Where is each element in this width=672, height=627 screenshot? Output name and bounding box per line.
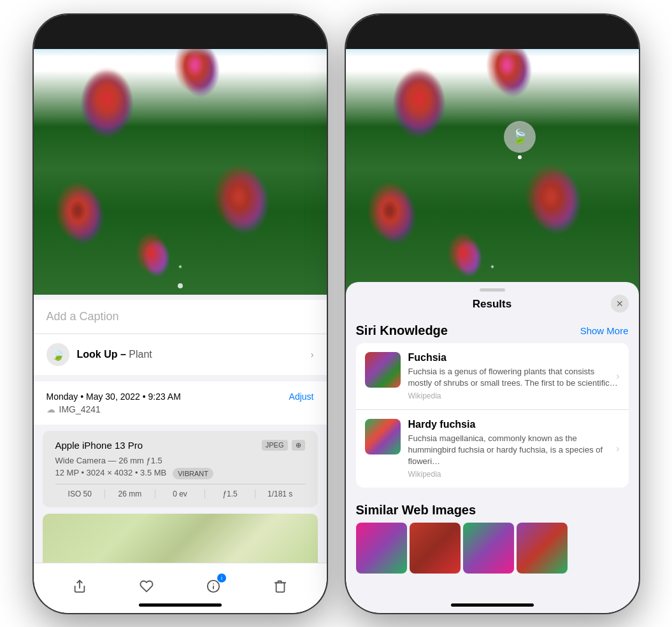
notch-r	[454, 22, 531, 41]
fuchsia-source: Wikipedia	[408, 391, 620, 400]
camera-specs: 12 MP • 3024 × 4032 • 3.5 MB VIBRANT	[55, 468, 305, 480]
lookup-row[interactable]: 🍃 Look Up – Plant ›	[34, 334, 327, 375]
map-section[interactable]	[43, 514, 318, 563]
map-background	[43, 514, 318, 563]
similar-web-title: Similar Web Images	[356, 503, 476, 518]
exif-ev: 0 ev	[155, 490, 206, 498]
right-photo-image: 🍃	[346, 15, 639, 295]
home-indicator-r	[451, 603, 534, 607]
right-flower-photo	[346, 15, 639, 295]
hardy-info: Hardy fuchsia Fuchsia magellanica, commo…	[408, 419, 620, 479]
filename: IMG_4241	[59, 404, 101, 414]
camera-model: Apple iPhone 13 Pro	[55, 440, 143, 451]
right-phone-content: 🍃 Results ✕	[346, 15, 639, 613]
caption-placeholder[interactable]: Add a Caption	[46, 310, 119, 323]
right-phone: 🍃 Results ✕	[346, 15, 639, 613]
similar-image-1[interactable]	[356, 523, 407, 574]
lookup-label: Look Up – Plant	[77, 349, 152, 360]
hardy-thumbnail	[365, 419, 401, 454]
left-phone: Add a Caption 🍃 Look Up – Plant ›	[34, 15, 327, 613]
camera-section: Apple iPhone 13 Pro JPEG ⊕ Wide Camera —…	[43, 431, 318, 507]
photo-info-section[interactable]: Add a Caption 🍃 Look Up – Plant ›	[34, 295, 327, 563]
adjust-button[interactable]: Adjust	[289, 391, 314, 402]
phone-content: Add a Caption 🍃 Look Up – Plant ›	[34, 15, 327, 613]
results-header: Results ✕	[346, 292, 639, 316]
exif-row: ISO 50 26 mm 0 ev ƒ1.5 1/181 s	[55, 484, 305, 498]
photo-specs: 12 MP • 3024 × 4032 • 3.5 MB	[55, 468, 167, 477]
fuchsia-description: Fuchsia is a genus of flowering plants t…	[408, 366, 620, 389]
photo-date: Monday • May 30, 2022 • 9:23 AM	[46, 391, 181, 402]
siri-header: Siri Knowledge Show More	[356, 316, 629, 343]
home-indicator	[139, 603, 222, 607]
fuchsia-info: Fuchsia Fuchsia is a genus of flowering …	[408, 352, 620, 400]
location-icon: ⊕	[292, 440, 305, 451]
camera-type: Wide Camera — 26 mm ƒ1.5	[55, 456, 305, 465]
fuchsia-chevron: ›	[616, 370, 619, 382]
notch	[142, 22, 218, 41]
flower-photo	[34, 15, 327, 295]
hardy-title: Hardy fuchsia	[408, 419, 620, 430]
similar-header: Similar Web Images	[356, 495, 629, 523]
fuchsia-thumbnail	[365, 352, 401, 388]
filename-row: ☁ IMG_4241	[46, 404, 314, 414]
camera-header: Apple iPhone 13 Pro JPEG ⊕	[55, 440, 305, 451]
right-phone-screen: 🍃 Results ✕	[346, 15, 639, 613]
results-title: Results	[473, 298, 511, 311]
date-row: Monday • May 30, 2022 • 9:23 AM Adjust	[46, 391, 314, 402]
photo-image[interactable]	[34, 15, 327, 295]
share-button[interactable]	[66, 572, 94, 600]
vibrant-badge: VIBRANT	[173, 468, 213, 479]
exif-aperture: ƒ1.5	[205, 490, 255, 498]
results-content[interactable]: Siri Knowledge Show More Fuchsia Fuchsia…	[346, 316, 639, 613]
siri-knowledge-section: Siri Knowledge Show More Fuchsia Fuchsia…	[356, 316, 629, 488]
favorite-button[interactable]	[132, 572, 161, 600]
knowledge-item-fuchsia[interactable]: Fuchsia Fuchsia is a genus of flowering …	[356, 343, 629, 410]
cloud-icon: ☁	[46, 404, 55, 414]
visual-lookup-overlay[interactable]: 🍃	[504, 121, 536, 153]
left-phone-screen: Add a Caption 🍃 Look Up – Plant ›	[34, 15, 327, 613]
knowledge-card: Fuchsia Fuchsia is a genus of flowering …	[356, 343, 629, 488]
similar-web-section: Similar Web Images	[356, 495, 629, 574]
info-button[interactable]: i	[199, 572, 227, 600]
similar-images-row[interactable]	[356, 523, 629, 574]
lookup-dot	[518, 155, 522, 159]
info-badge: i	[217, 574, 226, 582]
hardy-chevron: ›	[616, 443, 619, 454]
exif-shutter: 1/181 s	[255, 490, 305, 498]
knowledge-item-hardy[interactable]: Hardy fuchsia Fuchsia magellanica, commo…	[356, 410, 629, 488]
page-indicator	[178, 283, 183, 288]
similar-image-3[interactable]	[463, 523, 514, 574]
results-panel: Results ✕ Siri Knowledge Show More	[346, 282, 639, 613]
siri-knowledge-title: Siri Knowledge	[356, 323, 448, 338]
hardy-description: Fuchsia magellanica, commonly known as t…	[408, 433, 620, 468]
similar-image-4[interactable]	[517, 523, 568, 574]
lookup-chevron: ›	[311, 349, 314, 360]
metadata-section: Monday • May 30, 2022 • 9:23 AM Adjust ☁…	[34, 381, 327, 425]
fuchsia-title: Fuchsia	[408, 352, 620, 363]
close-button[interactable]: ✕	[611, 295, 629, 313]
hardy-source: Wikipedia	[408, 470, 620, 479]
visual-lookup-icon: 🍃	[46, 343, 69, 366]
jpeg-badge: JPEG	[262, 440, 288, 451]
show-more-button[interactable]: Show More	[580, 325, 629, 336]
exif-iso: ISO 50	[55, 490, 106, 498]
format-badges: JPEG ⊕	[262, 440, 305, 451]
exif-focal: 26 mm	[105, 490, 155, 498]
caption-area[interactable]: Add a Caption	[34, 300, 327, 334]
delete-button[interactable]	[266, 572, 294, 600]
similar-image-2[interactable]	[410, 523, 461, 574]
